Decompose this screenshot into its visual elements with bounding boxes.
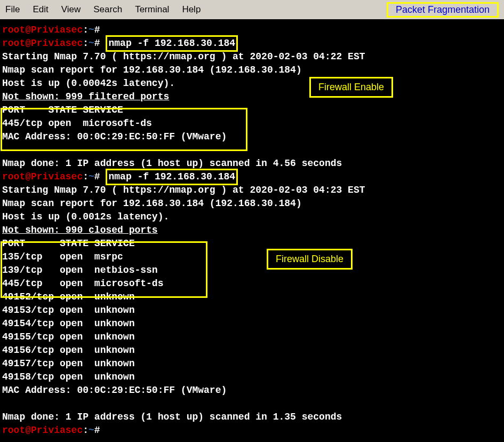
prompt-path: ~: [89, 171, 94, 182]
title-annotation: Packet Fragmentation: [387, 2, 499, 18]
menu-edit[interactable]: Edit: [33, 4, 48, 15]
scan1-done: Nmap done: 1 IP address (1 host up) scan…: [2, 157, 502, 170]
scan2-notshown: Not shown: 990 closed ports: [2, 224, 502, 237]
scan2-done: Nmap done: 1 IP address (1 host up) scan…: [2, 411, 502, 424]
firewall-disable-label: Firewall Disable: [267, 249, 353, 270]
prompt-path: ~: [89, 425, 94, 436]
prompt-hash: #: [94, 38, 100, 49]
scan1-report: Nmap scan report for 192.168.30.184 (192…: [2, 64, 502, 77]
prompt-colon: :: [83, 425, 89, 436]
scan1-host: Host is up (0.00042s latency).: [2, 77, 502, 90]
prompt-path: ~: [89, 38, 94, 49]
scan2-p6: 49154/tcp open unknown: [2, 317, 502, 330]
prompt-userhost: root@Priviasec: [2, 171, 83, 182]
prompt-path: ~: [89, 25, 94, 35]
scan2-p1: 135/tcp open msrpc: [2, 250, 502, 264]
scan2-p8: 49156/tcp open unknown: [2, 344, 502, 357]
prompt-colon: :: [83, 25, 89, 35]
prompt-hash: #: [94, 171, 100, 182]
menu-file[interactable]: File: [5, 4, 20, 15]
scan1-port: 445/tcp open microsoft-ds: [2, 117, 502, 130]
menu-terminal[interactable]: Terminal: [135, 4, 169, 15]
prompt-colon: :: [83, 38, 89, 49]
scan1-header: PORT STATE SERVICE: [2, 104, 502, 117]
scan2-p7: 49155/tcp open unknown: [2, 330, 502, 344]
command-1-highlight: nmap -f 192.168.30.184: [106, 35, 238, 52]
scan2-p3: 445/tcp open microsoft-ds: [2, 277, 502, 290]
menu-search[interactable]: Search: [93, 4, 122, 15]
scan2-starting: Starting Nmap 7.70 ( https://nmap.org ) …: [2, 184, 502, 197]
prompt-colon: :: [83, 171, 89, 182]
prompt-userhost: root@Priviasec: [2, 38, 83, 49]
menu-help[interactable]: Help: [182, 4, 201, 15]
menu-view[interactable]: View: [61, 4, 81, 15]
scan1-mac: MAC Address: 00:0C:29:EC:50:FF (VMware): [2, 130, 502, 144]
scan2-report: Nmap scan report for 192.168.30.184 (192…: [2, 197, 502, 210]
scan2-p10: 49158/tcp open unknown: [2, 370, 502, 384]
command-2-highlight: nmap -f 192.168.30.184: [106, 169, 238, 185]
scan1-notshown: Not shown: 999 filtered ports: [2, 90, 502, 104]
prompt-userhost: root@Priviasec: [2, 425, 83, 436]
prompt-userhost: root@Priviasec: [2, 25, 83, 35]
scan2-p9: 49157/tcp open unknown: [2, 357, 502, 370]
scan1-starting: Starting Nmap 7.70 ( https://nmap.org ) …: [2, 50, 502, 64]
scan2-p2: 139/tcp open netbios-ssn: [2, 264, 502, 277]
prompt-hash: #: [94, 25, 100, 35]
scan2-p5: 49153/tcp open unknown: [2, 304, 502, 317]
scan2-header: PORT STATE SERVICE: [2, 237, 502, 250]
scan2-mac: MAC Address: 00:0C:29:EC:50:FF (VMware): [2, 384, 502, 397]
scan2-host: Host is up (0.0012s latency).: [2, 210, 502, 224]
terminal-output[interactable]: root@Priviasec:~# root@Priviasec:~# nmap…: [0, 19, 504, 441]
scan2-p4: 49152/tcp open unknown: [2, 290, 502, 304]
prompt-hash: #: [94, 425, 100, 436]
firewall-enable-label: Firewall Enable: [309, 77, 393, 98]
menubar: File Edit View Search Terminal Help Pack…: [0, 0, 504, 19]
